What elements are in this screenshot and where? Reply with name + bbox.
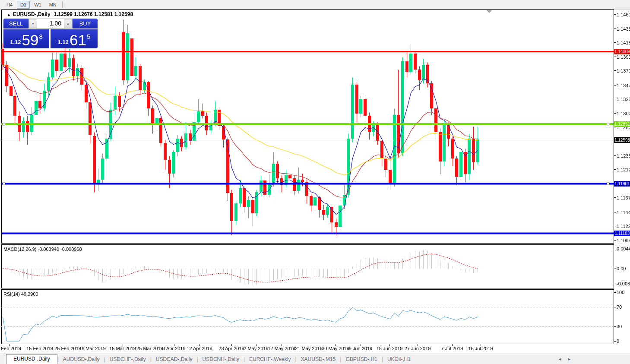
tab-gbpusd-h1[interactable]: GBPUSD-,H1 <box>341 355 381 364</box>
date-label: 25 Feb 2019 <box>54 346 81 351</box>
tab-eurchf-weekly[interactable]: EURCHF-,Weekly <box>245 355 295 364</box>
bid-price-main: 59 <box>22 33 39 47</box>
toolbar-separator <box>62 1 63 8</box>
date-label: 12 Apr 2019 <box>187 346 212 351</box>
timeframe-button-d1[interactable]: D1 <box>17 1 30 9</box>
date-label: 6 Mar 2019 <box>82 346 106 351</box>
macd-axis-label: 0.004465 <box>617 246 630 251</box>
price-tick-label: 1.13705 <box>617 68 630 73</box>
price-tick-label: 1.11445 <box>617 210 630 215</box>
price-tick-label: 1.14155 <box>617 40 630 45</box>
timeframe-button-mn[interactable]: MN <box>46 1 60 9</box>
date-label: 23 Apr 2019 <box>218 346 244 351</box>
chart-tab-bar: EURUSD-,Daily|AUDUSD-,Daily|USDCHF-,Dail… <box>0 354 630 364</box>
volume-decrease-icon[interactable]: ▼ <box>29 19 37 28</box>
bid-price-prefix: 1.12 <box>10 39 21 45</box>
hline-price-label: 1.11103 <box>614 231 630 236</box>
price-tick-label: 1.14380 <box>617 26 630 32</box>
ask-price-main: 61 <box>70 33 86 47</box>
chart-canvas[interactable] <box>0 0 630 364</box>
date-label: 7 Jul 2019 <box>441 346 463 351</box>
rsi-indicator-label: RSI(14) 49.3900 <box>3 291 38 297</box>
one-click-trading-panel: SELL ▼ 1.00 ▲ BUY 1.12 59 8 1.12 61 5 <box>3 19 98 48</box>
date-label: 30 May 2019 <box>322 346 349 351</box>
price-tick-label: 1.12125 <box>617 167 630 172</box>
hline-price-label: 1.14009 <box>614 49 630 54</box>
price-tick-label: 1.14605 <box>617 12 630 17</box>
tab-usdchf-daily[interactable]: USDCHF-,Daily <box>105 355 150 364</box>
date-label: 2 May 2019 <box>244 346 268 351</box>
tab-ukoil-h1[interactable]: UKOil-,H1 <box>383 355 415 364</box>
volume-increase-icon[interactable]: ▲ <box>64 19 72 28</box>
ask-price-pip: 5 <box>87 33 90 40</box>
date-label: 16 Jul 2019 <box>469 346 493 351</box>
sell-button[interactable]: SELL <box>3 19 28 28</box>
rsi-axis-label: 0 <box>617 339 619 344</box>
date-label: 15 Feb 2019 <box>26 346 53 351</box>
tab-eurusd-daily[interactable]: EURUSD-,Daily <box>6 354 57 364</box>
price-tick-label: 1.11220 <box>617 224 630 229</box>
date-label: 6 Feb 2019 <box>0 346 21 351</box>
chart-tabs: EURUSD-,Daily|AUDUSD-,Daily|USDCHF-,Dail… <box>0 354 415 364</box>
tab-scroll-right-icon[interactable]: ▸ <box>568 356 570 361</box>
chart-title: ▲EURUSD-,Daily1.12599 1.12676 1.12581 1.… <box>7 11 133 17</box>
tab-xauusd-m15[interactable]: XAUUSD-,M15 <box>297 355 340 364</box>
date-label: 15 Mar 2019 <box>109 346 136 351</box>
chart-symbol: EURUSD-,Daily <box>13 11 51 17</box>
tab-scroll-left-icon[interactable]: ◂ <box>559 356 561 361</box>
current-price-label: 1.12598 <box>614 137 630 143</box>
price-tick-label: 1.13250 <box>617 97 630 102</box>
price-tick-label: 1.11675 <box>617 195 630 200</box>
hline-price-label: 1.11901 <box>614 181 630 187</box>
timeframe-toolbar: H4D1W1MN <box>0 0 630 9</box>
hline-price-label: 1.12851 <box>614 121 630 127</box>
price-tick-label: 1.13025 <box>617 111 630 116</box>
collapse-icon[interactable]: ▲ <box>7 13 11 17</box>
bid-price-pip: 8 <box>39 33 42 40</box>
tab-usdcad-daily[interactable]: USDCAD-,Daily <box>152 355 197 364</box>
macd-axis-label: -0.003715 <box>617 281 630 286</box>
buy-button[interactable]: BUY <box>73 19 98 28</box>
price-tick-label: 1.13930 <box>617 54 630 60</box>
price-tick-label: 1.12350 <box>617 153 630 158</box>
price-tick-label: 1.10995 <box>617 238 630 243</box>
date-label: 21 May 2019 <box>295 346 323 351</box>
date-label: 25 Mar 2019 <box>136 346 163 351</box>
date-label: 3 Apr 2019 <box>162 346 185 351</box>
macd-axis-label: 0.00 <box>617 266 626 271</box>
macd-indicator-label: MACD(12,26,9) -0.000940 -0.000958 <box>3 247 82 252</box>
tab-audusd-daily[interactable]: AUDUSD-,Daily <box>59 355 104 364</box>
date-label: 12 May 2019 <box>268 346 295 351</box>
rsi-axis-label: 70 <box>617 304 622 310</box>
ask-price[interactable]: 1.12 61 5 <box>51 29 98 48</box>
timeframe-button-w1[interactable]: W1 <box>31 1 45 9</box>
tab-scroll-arrows: ◂▸ <box>555 356 574 364</box>
tab-usdcnh-daily[interactable]: USDCNH-,Daily <box>198 355 244 364</box>
rsi-axis-label: 30 <box>617 324 622 329</box>
date-label: 9 Jun 2019 <box>349 346 372 351</box>
date-label: 27 Jun 2019 <box>405 346 431 351</box>
date-label: 18 Jun 2019 <box>377 346 403 351</box>
timeframe-button-h4[interactable]: H4 <box>3 1 16 9</box>
rsi-axis-label: 100 <box>617 290 624 295</box>
volume-input[interactable]: 1.00 <box>37 19 64 28</box>
ask-price-prefix: 1.12 <box>58 39 69 45</box>
mt4-window: H4D1W1MN ▲EURUSD-,Daily1.12599 1.12676 1… <box>0 0 630 364</box>
volume-spinner: ▼ 1.00 ▲ <box>28 19 73 28</box>
chart-ohlc-values: 1.12599 1.12676 1.12581 1.12598 <box>54 11 133 17</box>
timeframe-buttons: H4D1W1MN <box>3 1 60 9</box>
bid-price[interactable]: 1.12 59 8 <box>3 29 49 48</box>
price-tick-label: 1.13475 <box>617 83 630 88</box>
